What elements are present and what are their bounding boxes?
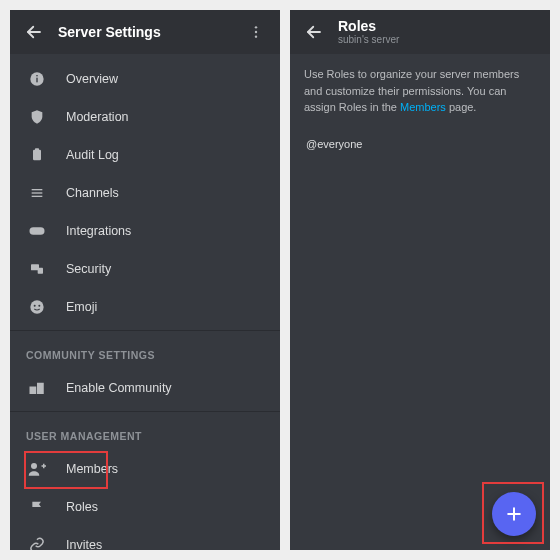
more-vertical-icon[interactable] <box>244 20 268 44</box>
members-link[interactable]: Members <box>400 101 446 113</box>
security-icon <box>26 258 48 280</box>
svg-point-16 <box>34 305 36 307</box>
nav-item-label: Moderation <box>66 110 129 124</box>
roles-header: Roles subin's server <box>290 10 550 54</box>
nav-item-label: Overview <box>66 72 118 86</box>
server-settings-title: Server Settings <box>58 24 244 40</box>
nav-item-label: Emoji <box>66 300 97 314</box>
nav-item-channels[interactable]: Channels <box>10 174 280 212</box>
svg-rect-18 <box>30 387 37 395</box>
add-role-fab[interactable] <box>492 492 536 536</box>
nav-item-label: Audit Log <box>66 148 119 162</box>
section-user-management: USER MANAGEMENT <box>10 416 280 450</box>
info-icon <box>26 68 48 90</box>
roles-title: Roles <box>338 19 399 34</box>
emoji-icon <box>26 296 48 318</box>
community-icon <box>26 377 48 399</box>
roles-subtitle: subin's server <box>338 34 399 45</box>
roles-desc-text-b: page. <box>446 101 477 113</box>
svg-rect-6 <box>36 75 37 76</box>
svg-rect-19 <box>37 383 44 394</box>
divider <box>10 411 280 412</box>
nav-item-audit-log[interactable]: Audit Log <box>10 136 280 174</box>
server-settings-panel: Server Settings Overview Moderation <box>10 10 280 550</box>
nav-item-enable-community[interactable]: Enable Community <box>10 369 280 407</box>
role-everyone[interactable]: @everyone <box>290 132 550 156</box>
svg-rect-14 <box>38 268 43 274</box>
svg-point-1 <box>255 26 257 28</box>
nav-item-label: Members <box>66 462 118 476</box>
nav-item-moderation[interactable]: Moderation <box>10 98 280 136</box>
gamepad-icon <box>26 220 48 242</box>
svg-rect-8 <box>35 148 39 151</box>
members-icon <box>26 458 48 480</box>
divider <box>10 330 280 331</box>
svg-point-2 <box>255 31 257 33</box>
roles-description: Use Roles to organize your server member… <box>290 54 550 132</box>
nav-item-label: Integrations <box>66 224 131 238</box>
nav-item-label: Roles <box>66 500 98 514</box>
server-settings-header: Server Settings <box>10 10 280 54</box>
nav-item-roles[interactable]: Roles <box>10 488 280 526</box>
section-community-settings: COMMUNITY SETTINGS <box>10 335 280 369</box>
nav-item-overview[interactable]: Overview <box>10 60 280 98</box>
nav-item-emoji[interactable]: Emoji <box>10 288 280 326</box>
svg-point-20 <box>31 463 37 469</box>
svg-point-15 <box>30 300 43 313</box>
nav-item-label: Invites <box>66 538 102 550</box>
svg-rect-7 <box>33 150 41 161</box>
settings-list: Overview Moderation Audit Log Channels <box>10 54 280 550</box>
nav-item-label: Channels <box>66 186 119 200</box>
flag-icon <box>26 496 48 518</box>
nav-item-integrations[interactable]: Integrations <box>10 212 280 250</box>
back-arrow-icon[interactable] <box>302 20 326 44</box>
svg-rect-5 <box>36 78 37 83</box>
channels-icon <box>26 182 48 204</box>
roles-panel: Roles subin's server Use Roles to organi… <box>290 10 550 550</box>
link-icon <box>26 534 48 550</box>
svg-rect-12 <box>30 227 45 235</box>
role-everyone-label: @everyone <box>306 138 362 150</box>
nav-item-invites[interactable]: Invites <box>10 526 280 550</box>
back-arrow-icon[interactable] <box>22 20 46 44</box>
nav-item-members[interactable]: Members <box>10 450 280 488</box>
svg-point-17 <box>38 305 40 307</box>
nav-item-label: Enable Community <box>66 381 172 395</box>
shield-icon <box>26 106 48 128</box>
nav-item-security[interactable]: Security <box>10 250 280 288</box>
nav-item-label: Security <box>66 262 111 276</box>
clipboard-icon <box>26 144 48 166</box>
svg-point-3 <box>255 35 257 37</box>
